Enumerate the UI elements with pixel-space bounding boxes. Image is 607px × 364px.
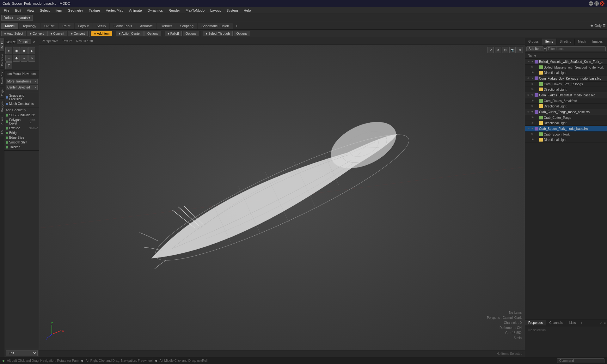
vis-eye-5a[interactable]: 👁 [530,132,534,136]
vis-eye-4a[interactable]: 👁 [530,116,534,119]
menu-render[interactable]: Render [166,8,182,13]
tab-layout[interactable]: Layout [75,23,93,29]
menu-animate[interactable]: Animate [126,8,144,13]
filter-items-input[interactable] [546,46,606,51]
menu-help[interactable]: Help [241,8,254,13]
options-button-1[interactable]: Options [144,31,161,36]
tab-model[interactable]: Model [1,23,18,29]
tab-uvedit[interactable]: UvEdit [40,23,58,29]
vis-eye-2[interactable]: 👁 [526,76,530,80]
edit-dropdown[interactable]: Edit [6,350,38,356]
select-through-button[interactable]: ● Select Through [203,31,233,36]
expand-3[interactable]: ▼ [531,94,534,97]
tab-gametools[interactable]: Game Tools [110,23,136,29]
expand-2[interactable]: ▼ [531,77,534,80]
thicken-item[interactable]: Thicken [6,145,38,149]
bridge-item[interactable]: Bridge [6,130,38,135]
tab-schematic[interactable]: Schematic Fusion [198,23,233,29]
smooth-shift-item[interactable]: Smooth Shift [6,140,38,145]
bpanel-tab-channels[interactable]: Channels [546,320,566,325]
convert-button-3[interactable]: ● Convert [68,31,88,36]
expand-5[interactable]: ▼ [531,127,534,130]
rpanel-tab-mesh[interactable]: Mesh [575,39,589,45]
vis-eye-1[interactable]: 👁 [526,60,530,64]
center-selected-button[interactable]: Center Selected ▾ [6,85,38,90]
scene-group-header-4[interactable]: 👁 ▼ Crab_Cutter_Tongs_modo_base.lxo [525,109,607,115]
vtab-sculpt[interactable]: Sculpt [0,38,4,51]
tool-icon-circle[interactable]: ● [5,47,12,54]
menu-geometry[interactable]: Geometry [65,8,85,13]
vp-fit-button[interactable]: ⊡ [502,47,508,53]
vp-maximize-button[interactable]: ⤢ [487,47,494,53]
vis-eye-2a[interactable]: 👁 [530,82,534,86]
scene-light-2b[interactable]: 👁 Directional Light [525,87,607,92]
rpanel-tab-items[interactable]: Items [542,39,556,45]
falloff-button[interactable]: ● Falloff [165,31,182,36]
rpanel-tab-shading[interactable]: Shading [556,39,575,45]
menu-view[interactable]: View [24,8,37,13]
add-item-button[interactable]: Add Item [526,46,543,51]
mesh-constraints-item[interactable]: Mesh Constraints [6,101,38,106]
sds-subdivide-item[interactable]: SDS Subdivide 2x [6,113,38,118]
tab-setup[interactable]: Setup [93,23,110,29]
viewport-canvas[interactable]: ⤢ ↺ ⊡ 📷 ⚙ X Y Z No Items P [39,45,525,350]
tool-icon-cross[interactable]: ✚ [13,55,20,62]
vp-camera-button[interactable]: 📷 [509,47,516,53]
convert-button-1[interactable]: ● Convert [27,31,46,36]
snaps-precision-item[interactable]: Snaps and Precision [6,93,38,101]
vtab-mesh-edit[interactable]: Mesh Edit [0,69,4,87]
expand-4[interactable]: ▼ [531,110,534,113]
add-geometry-title[interactable]: Add Geometry [6,108,38,112]
tool-icon-sphere[interactable]: ◉ [13,47,20,54]
menu-edit[interactable]: Edit [13,8,24,13]
auto-select-button[interactable]: ● Auto Select [1,31,26,36]
scene-light-5b[interactable]: 👁 Directional Light [525,137,607,143]
items-list[interactable]: 👁 ▼ Boiled_Mussels_with_Seafood_Knife_Fo… [525,59,607,319]
tool-icon-ring[interactable]: ○ [5,55,12,62]
bpanel-tab-properties[interactable]: Properties [525,320,546,325]
bpanel-tab-lists[interactable]: Lists [566,320,579,325]
scene-mesh-5a[interactable]: 👁 Crab_Spoon_Fork [525,132,607,137]
tab-scripting[interactable]: Scripting [176,23,197,29]
tool-icon-arrow[interactable]: → [21,55,28,62]
minimize-button[interactable]: ─ [589,1,593,6]
menu-dynamics[interactable]: Dynamics [145,8,165,13]
add-item-dropdown[interactable]: ▾ [544,47,546,51]
tab-render[interactable]: Render [157,23,176,29]
bpanel-add-tab[interactable]: + [580,321,582,325]
scene-mesh-1a[interactable]: 👁 Boiled_Mussels_with_Seafood_Knife_Fork [525,65,607,70]
vp-settings-button[interactable]: ⚙ [517,47,523,53]
scene-mesh-4a[interactable]: 👁 Crab_Cutter_Tongs [525,115,607,120]
polygon-bevel-item[interactable]: Polygon Bevel Shift-B [6,118,38,126]
bpanel-menu-icon[interactable]: ≡ [604,321,606,325]
action-center-button[interactable]: ● Action Center [116,31,144,36]
vis-eye-4b[interactable]: 👁 [530,121,534,125]
tool-icon-triangle[interactable]: ▲ [28,47,35,54]
tool-icon-cube[interactable]: ■ [21,47,28,54]
scene-group-header-2[interactable]: 👁 ▼ Corn_Flakes_Box_Kelloggs_modo_base.l… [525,76,607,82]
tab-add-button[interactable]: + [233,23,240,29]
more-transforms-button[interactable]: More Transforms ▾ [6,79,38,84]
command-input[interactable] [557,358,604,363]
vis-eye-3b[interactable]: 👁 [530,104,534,108]
menu-select[interactable]: Select [37,8,52,13]
scene-group-header-1[interactable]: 👁 ▼ Boiled_Mussels_with_Seafood_Knife_Fo… [525,59,607,65]
scene-group-header-5[interactable]: 👁 ▼ Crab_Spoon_Fork_modo_base.lxo [525,126,607,132]
convert-button-2[interactable]: ● Convert [47,31,67,36]
scene-mesh-3a[interactable]: 👁 Corn_Flakes_Breakfast [525,98,607,104]
tab-animate[interactable]: Animate [136,23,156,29]
vis-eye-4[interactable]: 👁 [526,110,530,114]
menu-file[interactable]: File [1,8,12,13]
options-button-2[interactable]: Options [183,31,199,36]
vis-eye-2b[interactable]: 👁 [530,88,534,91]
vis-eye-3[interactable]: 👁 [526,93,530,97]
scene-light-3b[interactable]: 👁 Directional Light [525,104,607,109]
extrude-item[interactable]: Extrude Shift-V [6,126,38,130]
vis-eye-5b[interactable]: 👁 [530,138,534,142]
viewport[interactable]: Perspective Texture Ray GL: Off [39,38,525,357]
vtab-duplicate[interactable]: Duplicate [0,51,4,69]
scene-group-header-3[interactable]: 👁 ▼ Corn_Flakes_Breakfast_modo_base.lxo [525,92,607,98]
menu-texture[interactable]: Texture [86,8,103,13]
vtab-uv[interactable]: UV [0,127,4,136]
menu-layout[interactable]: Layout [208,8,223,13]
